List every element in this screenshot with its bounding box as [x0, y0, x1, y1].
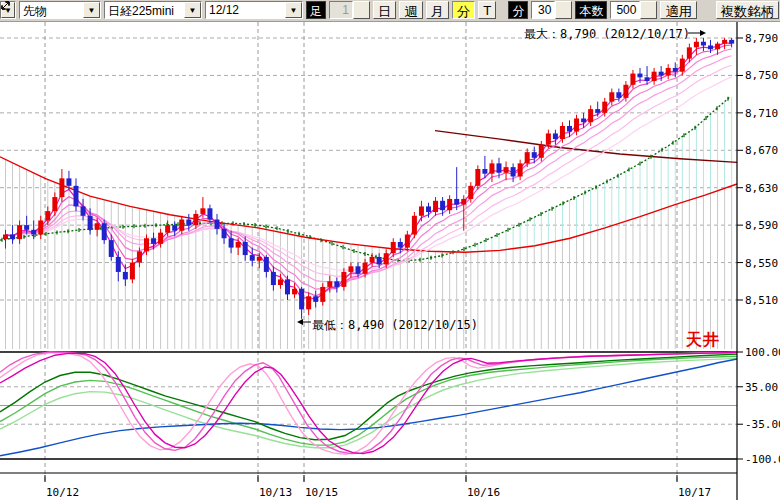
contract-month-select[interactable]: 12/12 ▼: [205, 1, 303, 19]
chevron-down-icon[interactable]: ▼: [184, 2, 201, 18]
candle-body: [673, 68, 678, 72]
candle-body: [722, 40, 727, 44]
monthly-button[interactable]: 月: [426, 1, 449, 19]
symbol-select[interactable]: 日経225mini ▼: [104, 1, 202, 19]
candle-body: [454, 199, 459, 205]
market-select-value: 先物: [20, 2, 83, 18]
price-axis-label: 8,790: [745, 32, 778, 45]
candle-body: [652, 72, 657, 81]
candle-body: [708, 45, 713, 49]
candle-body: [207, 208, 212, 219]
bar-count-stepper[interactable]: 500: [610, 1, 657, 19]
bar-type-tag: 足: [306, 1, 326, 19]
candle-body: [229, 238, 234, 247]
ema-ribbon-line: [6, 45, 732, 296]
spin-arrows-icon[interactable]: [353, 1, 370, 19]
min-price-annotation: 最低：8,490 (2012/10/15): [312, 317, 478, 334]
candle-body: [299, 289, 304, 310]
osc-axis-label: 35.00: [745, 381, 778, 394]
multi-symbol-button[interactable]: 複数銘柄: [716, 1, 779, 19]
candle-body: [116, 257, 121, 272]
candle-body: [497, 163, 502, 172]
trend-line-maroon: [435, 131, 737, 163]
candle-body: [10, 234, 15, 239]
candle-body: [17, 225, 22, 239]
slow-ma-green: [0, 97, 730, 261]
min-arrow-head: [297, 319, 303, 325]
candle-body: [440, 201, 445, 210]
ema-ribbon-line: [6, 49, 732, 289]
bar-count-value: 500: [610, 1, 640, 19]
candle-body: [482, 169, 487, 174]
candle-body: [52, 197, 57, 211]
max-price-annotation: 最大：8,790 (2012/10/17): [524, 26, 690, 43]
osc-series-pink_med: [0, 352, 737, 454]
candle-body: [609, 92, 614, 101]
ceiling-signal-label: 天井: [686, 330, 720, 351]
candle-body: [680, 59, 685, 72]
candle-body: [341, 272, 346, 287]
candle-body: [158, 233, 163, 244]
osc-axis-label: -100.00: [745, 453, 780, 466]
candle-body: [278, 279, 283, 285]
candle-body: [623, 85, 628, 98]
price-axis-label: 8,670: [745, 144, 778, 157]
candle-body: [715, 44, 720, 50]
candle-body: [186, 220, 191, 226]
candle-body: [38, 220, 43, 234]
candle-body: [363, 263, 368, 274]
candle-body: [109, 240, 114, 257]
osc-series-pink_dark: [0, 353, 737, 454]
candle-body: [687, 47, 692, 58]
interval-stepper[interactable]: 1: [329, 1, 370, 19]
candle-body: [236, 242, 241, 248]
osc-axis-label: 100.00: [745, 346, 780, 359]
candle-body: [729, 40, 734, 44]
candle-body: [292, 289, 297, 295]
candle-body: [398, 242, 403, 248]
chevron-down-icon[interactable]: ▼: [285, 2, 302, 18]
toolbar: ▼ 先物 ▼ 日経225mini ▼ 12/12 ▼ 足 1 日 週 月 分 T…: [0, 0, 780, 22]
spin-arrows-icon[interactable]: [640, 1, 657, 19]
candle-body: [215, 220, 220, 229]
candle-body: [588, 109, 593, 122]
minute-value: 30: [531, 1, 555, 19]
candle-body: [511, 167, 516, 176]
candle-body: [348, 266, 353, 272]
candle-body: [137, 251, 142, 262]
candle-body: [193, 214, 198, 225]
candle-body: [525, 152, 530, 163]
candle-body: [412, 216, 417, 235]
chevron-down-icon[interactable]: ▼: [83, 2, 100, 18]
candle-body: [257, 257, 262, 261]
max-arrow-head: [700, 30, 706, 36]
date-axis-label: 10/13: [259, 486, 292, 499]
price-axis-label: 8,510: [745, 294, 778, 307]
apply-button[interactable]: 適用: [660, 1, 697, 19]
price-axis-label: 8,590: [745, 219, 778, 232]
candle-body: [475, 169, 480, 186]
price-axis-label: 8,710: [745, 107, 778, 120]
candle-body: [405, 234, 410, 247]
market-select[interactable]: 先物 ▼: [19, 1, 101, 19]
candle-body: [356, 266, 361, 273]
chart-area[interactable]: 8,7908,7508,7108,6708,6308,5908,5508,510…: [0, 0, 780, 500]
candle-body: [377, 257, 382, 264]
candle-body: [504, 167, 509, 173]
daily-button[interactable]: 日: [373, 1, 396, 19]
tick-button[interactable]: T: [478, 1, 496, 19]
candle-body: [581, 118, 586, 122]
ema-ribbon-line: [6, 65, 732, 276]
weekly-button[interactable]: 週: [399, 1, 422, 19]
candle-body: [165, 225, 170, 232]
minute-button-active[interactable]: 分: [452, 1, 475, 19]
minute-stepper[interactable]: 30: [531, 1, 572, 19]
candle-body: [518, 163, 523, 176]
spin-arrows-icon[interactable]: [555, 1, 572, 19]
chart-canvas[interactable]: 8,7908,7508,7108,6708,6308,5908,5508,510…: [0, 0, 780, 500]
candle-body: [694, 42, 699, 48]
candle-body: [370, 257, 375, 263]
candle-body: [172, 225, 177, 231]
candle-body: [264, 257, 269, 272]
candle-body: [24, 225, 29, 230]
